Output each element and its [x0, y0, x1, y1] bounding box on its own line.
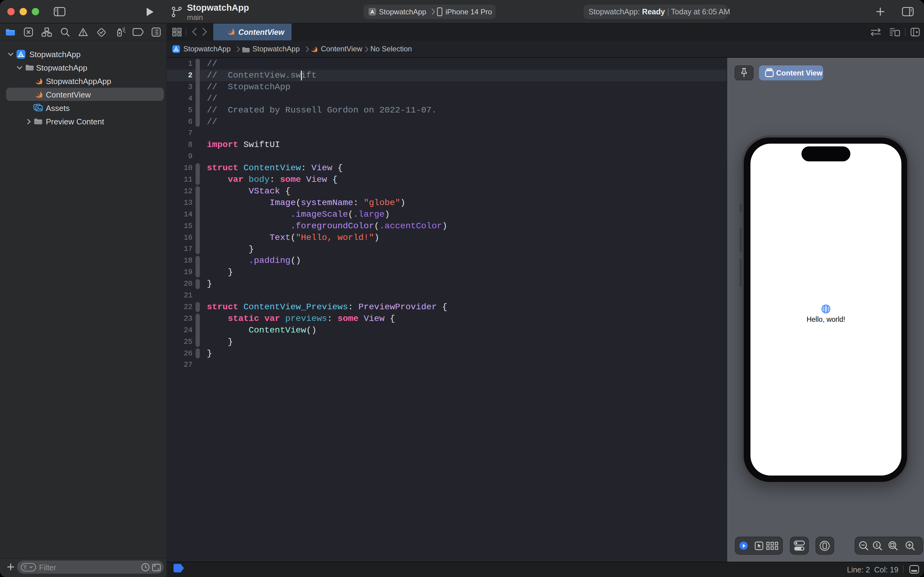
svg-text:1: 1: [876, 542, 878, 547]
